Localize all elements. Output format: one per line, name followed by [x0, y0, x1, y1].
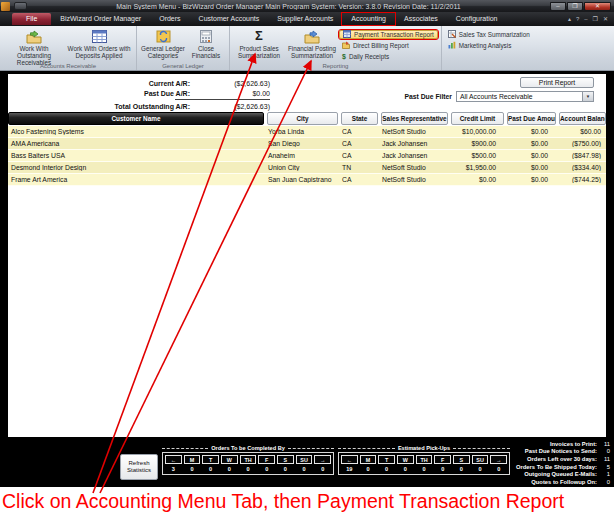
day-value: 0 [221, 464, 238, 473]
tab-orders[interactable]: Orders [150, 13, 189, 25]
stat-line: Quotes to Followup On: 0 [516, 478, 610, 486]
table-row[interactable]: Bass Baiters USA Anaheim CA Jack Johanse… [8, 150, 606, 162]
mini-close-icon[interactable]: ✕ [603, 15, 608, 23]
past-due-ar-label: Past Due A/R: [68, 90, 198, 97]
direct-billing-icon [342, 41, 350, 50]
table-row[interactable]: AMA Americana San Diego CA Jack Johansen… [8, 138, 606, 150]
product-sales-summarization-button[interactable]: Σ Product Sales Summarization [233, 28, 285, 59]
table-row[interactable]: Frame Art America San Juan Capistrano CA… [8, 174, 606, 186]
stat-label: Past Due Notices to Send: [525, 448, 597, 454]
table-row[interactable]: Desmond Interior Design Union City TN Ne… [8, 162, 606, 174]
header-state[interactable]: State [341, 112, 378, 125]
payment-transaction-report-button[interactable]: Payment Transaction Report [339, 30, 438, 39]
tab-file[interactable]: File [12, 13, 51, 25]
ribbon: Work With Outstanding Receivables Work W… [0, 26, 614, 71]
direct-billing-report-button[interactable]: Direct Billing Report [339, 41, 438, 50]
window-controls: – ❐ ✕ [550, 2, 611, 11]
stat-label: Outgoing Queued E-Mails: [524, 471, 597, 477]
sales-tax-summarization-button[interactable]: Sales Tax Summarization [445, 30, 533, 39]
tab-customer-accounts[interactable]: Customer Accounts [190, 13, 269, 25]
dropdown-arrow-icon[interactable]: ▼ [582, 92, 593, 101]
header-past-due-amount[interactable]: Past Due Amount [507, 112, 556, 125]
panel-title: Estimated Pick-Ups [338, 444, 510, 452]
close-financials-button[interactable]: Close Financials [186, 28, 226, 59]
prev-week-button[interactable]: ← [165, 455, 182, 464]
tab-accounting[interactable]: Accounting [342, 13, 395, 25]
minimize-button[interactable]: – [550, 2, 566, 11]
past-due-ar-value: $0.00 [198, 90, 270, 97]
close-button[interactable]: ✕ [584, 2, 611, 11]
ledger-categories-icon [156, 29, 171, 44]
marketing-analysis-button[interactable]: Marketing Analysis [445, 41, 533, 50]
stat-label: Orders Left over 30 days: [527, 456, 597, 462]
stat-value: 11 [597, 441, 610, 447]
cell-city: San Diego [264, 140, 338, 147]
reporting-small-buttons: Payment Transaction Report Direct Billin… [339, 28, 438, 61]
header-sales-representative[interactable]: Sales Representative [381, 112, 448, 125]
quick-access-toolbar-icon[interactable] [14, 2, 27, 10]
ribbon-pin-icon[interactable]: ▴ [568, 15, 571, 23]
table-body: Alco Fastening Systems Yorba Linda CA Ne… [8, 126, 606, 186]
table-row[interactable]: Alco Fastening Systems Yorba Linda CA Ne… [8, 126, 606, 138]
financial-posting-summarization-button[interactable]: Financial Posting Summarization [285, 28, 339, 59]
cell-city: San Juan Capistrano [264, 176, 338, 183]
mini-minimize-icon[interactable]: – [584, 15, 587, 23]
cell-credit-limit: $0.00 [448, 176, 504, 183]
day-value: 3 [165, 464, 182, 473]
tab-configuration[interactable]: Configuration [447, 13, 507, 25]
stat-line: Orders To Be Shipped Today: 5 [516, 463, 610, 471]
ribbon-button-label: Sales Tax Summarization [459, 31, 530, 38]
general-ledger-categories-button[interactable]: General Ledger Categories [140, 28, 186, 59]
deposits-table-icon [92, 29, 107, 44]
folder-receivables-icon [26, 29, 42, 44]
tab-bizwizard-order-manager[interactable]: BizWizard Order Manager [51, 13, 150, 25]
mini-restore-icon[interactable]: ❐ [593, 15, 598, 23]
next-week-button[interactable]: → [314, 455, 331, 464]
past-due-filter-dropdown[interactable]: All Accounts Receivable ▼ [456, 91, 594, 102]
header-account-balance[interactable]: Account Balance [559, 112, 606, 125]
ribbon-group-label: General Ledger [137, 63, 229, 69]
day-cell: TH [240, 455, 257, 464]
help-icon[interactable]: ? [576, 15, 579, 23]
tab-associates[interactable]: Associates [395, 13, 447, 25]
total-ar-row: Total Outstanding A/R: ($2,626.63) [68, 101, 270, 111]
refresh-statistics-button[interactable]: Refresh Statistics [120, 454, 158, 480]
past-due-filter-value: All Accounts Receivable [457, 93, 582, 100]
work-with-orders-deposits-button[interactable]: Work With Orders with Deposits Applied [65, 28, 133, 59]
day-cell: W [397, 455, 414, 464]
cell-balance: $60.00 [556, 128, 606, 135]
dash-line [162, 448, 208, 449]
header-credit-limit[interactable]: Credit Limit [451, 112, 504, 125]
daily-receipts-button[interactable]: $ Daily Receipts [339, 52, 438, 61]
tab-supplier-accounts[interactable]: Supplier Accounts [268, 13, 342, 25]
panel-title-text: Orders To be Completed By [208, 445, 288, 451]
maximize-button[interactable]: ❐ [567, 2, 583, 11]
caption-strip: Click on Accounting Menu Tab, then Payme… [0, 487, 614, 517]
cell-customer-name: AMA Americana [8, 140, 264, 147]
cell-state: TN [338, 164, 378, 171]
day-value: 0 [240, 464, 257, 473]
day-value: 0 [277, 464, 294, 473]
work-with-outstanding-receivables-button[interactable]: Work With Outstanding Receivables [3, 28, 65, 66]
cell-sales-rep: Jack Johansen [378, 140, 448, 147]
next-week-button[interactable]: → [490, 455, 507, 464]
dash-line [453, 448, 510, 449]
total-ar-label: Total Outstanding A/R: [68, 103, 198, 110]
cell-state: CA [338, 152, 378, 159]
prev-week-button[interactable]: ← [341, 455, 358, 464]
cell-credit-limit: $500.00 [448, 152, 504, 159]
cell-past-due: $0.00 [504, 152, 556, 159]
app-window: Main System Menu - BizWizard Order Manag… [0, 0, 614, 517]
menu-bar: File BizWizard Order Manager Orders Cust… [0, 12, 614, 26]
dash-line [338, 448, 395, 449]
total-ar-value: ($2,626.63) [198, 103, 270, 110]
day-cell: S [453, 455, 470, 464]
header-city[interactable]: City [267, 112, 338, 125]
header-customer-name[interactable]: Customer Name [8, 112, 264, 125]
day-cell: F [434, 455, 451, 464]
print-report-button[interactable]: Print Report [520, 77, 594, 88]
day-cell: TH [416, 455, 433, 464]
current-ar-value: ($2,626.63) [198, 80, 270, 87]
window-title: Main System Menu - BizWizard Order Manag… [27, 3, 550, 10]
stat-value: 1 [597, 471, 610, 477]
